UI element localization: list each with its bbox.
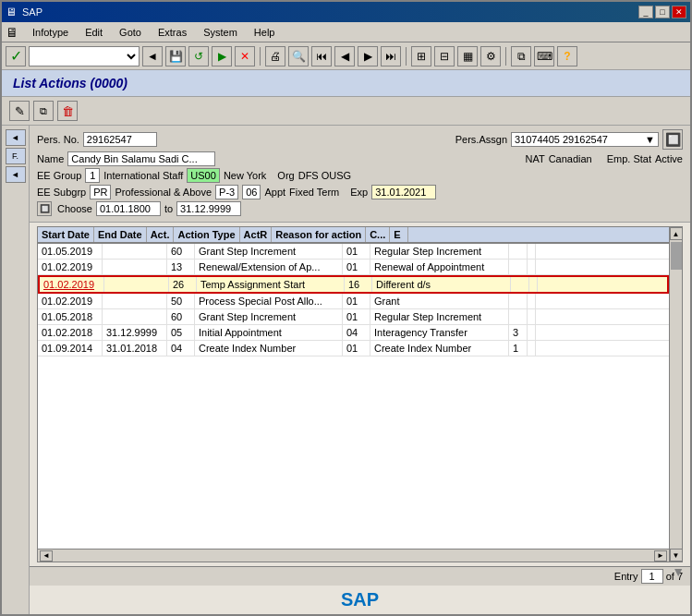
table-with-scroll: Start Date End Date Act. Action Type Act… [38,227,682,562]
name-label: Name [37,153,64,164]
table-cell: 16 [345,277,372,292]
menu-help[interactable]: Help [251,26,278,39]
maximize-button[interactable]: □ [655,6,670,18]
stop-button[interactable]: ✕ [235,46,255,66]
right-panel: Pers. No. 29162547 Pers.Assgn 31074405 2… [30,126,690,614]
choose-from-value[interactable]: 01.01.1800 [96,201,161,216]
bottom-scrollbar[interactable]: ◄ ► [38,549,669,562]
pers-assgn-icon-btn[interactable]: 🔲 [662,129,683,150]
save-button[interactable]: 💾 [165,46,186,66]
table-cell [103,294,167,308]
choose-label: Choose [57,203,92,214]
table-cell: Create Index Number [195,341,343,356]
table-cell: Interagency Transfer [370,325,509,340]
table-cell [103,244,167,259]
table-section: Start Date End Date Act. Action Type Act… [37,226,683,562]
scroll-down-button[interactable]: ▼ [670,549,683,562]
close-button[interactable]: ✕ [672,6,686,18]
back-button[interactable]: ✓ [6,46,26,66]
menu-extras[interactable]: Extras [155,26,189,39]
ee-group-code: 1 [85,168,100,183]
table-cell: 01.02.2019 [40,277,104,292]
nat-value: Canadian [549,153,592,164]
menu-goto[interactable]: Goto [116,26,144,39]
pers-assgn-value: 31074405 29162547 [515,134,608,145]
copy-button[interactable]: ⧉ [33,101,54,121]
table-row[interactable]: 01.02.201926Temp Assignment Start16Diffe… [38,275,669,294]
col-e: E [390,227,408,242]
table-row[interactable]: 01.05.201960Grant Step Increment01Regula… [38,244,669,260]
sap-logo-text: SAP [341,589,379,610]
choose-icon-btn[interactable]: 🔲 [37,201,52,216]
table-cell: Regular Step Increment [370,244,509,259]
pers-no-value: 29162547 [83,132,157,147]
table-row[interactable]: 01.02.201831.12.999905Initial Appointmen… [38,325,669,341]
table-cell: 60 [167,244,195,259]
nat-label: NAT [525,153,544,164]
title-bar-buttons: _ □ ✕ [638,6,686,18]
table-row[interactable]: 01.02.201913Renewal/Extension of Ap...01… [38,260,669,275]
org-value: DFS OUSG [298,170,351,181]
col-action-type: Action Type [174,227,239,242]
table-row[interactable]: 01.05.201860Grant Step Increment01Regula… [38,309,669,325]
table-cell: Regular Step Increment [370,309,509,324]
table-cell: 60 [167,309,195,324]
scroll-right-button[interactable]: ► [654,550,667,562]
execute-button[interactable]: ▶ [212,46,232,66]
table-row[interactable]: 01.02.201950Process Special Post Allo...… [38,294,669,309]
minimize-button[interactable]: _ [638,6,653,18]
table-cell: 01 [343,260,370,274]
prev-page-button[interactable]: ⏮ [311,46,332,66]
table-row[interactable]: 01.09.201431.01.201804Create Index Numbe… [38,341,669,356]
refresh-button[interactable]: ↺ [188,46,209,66]
entry-label: Entry [614,571,638,582]
exp-value: 31.01.2021 [371,185,436,199]
kb-shortcut-button[interactable]: ⌨ [534,46,554,66]
title-bar-text: SAP [22,6,42,18]
col-start-date: Start Date [38,227,94,242]
toolbar-dropdown[interactable] [29,46,140,66]
info-row-4: EE Subgrp PR Professional & Above P-3 06… [37,185,683,199]
nav-prev-button[interactable]: ◄ [142,46,163,66]
help-button[interactable]: ? [557,46,577,66]
vertical-scrollbar[interactable]: ▲ ▼ [669,227,682,562]
info-row-3: EE Group 1 International Staff US00 New … [37,168,683,183]
table-cell: 13 [167,260,195,274]
table-cell [528,244,536,259]
sidebar-arrow-btn[interactable]: ◄ [6,166,26,183]
sidebar-collapse-btn[interactable]: ◄ [6,129,26,146]
new-window-button[interactable]: ⧉ [511,46,531,66]
settings-button[interactable]: ⚙ [480,46,501,66]
table-cell [103,260,167,274]
menu-system[interactable]: System [200,26,240,39]
table-cell: 3 [509,325,528,340]
menu-edit[interactable]: Edit [82,26,105,39]
sidebar-f-btn[interactable]: F. [6,148,26,164]
table-cell: 01 [343,244,370,259]
scroll-left-button[interactable]: ◄ [40,550,53,562]
find-button[interactable]: 🔍 [288,46,309,66]
next-item-button[interactable]: ▶ [358,46,378,66]
prev-item-button[interactable]: ◀ [334,46,355,66]
menu-infotype[interactable]: Infotype [30,26,71,39]
table-btn[interactable]: ▦ [457,46,478,66]
col-set-button[interactable]: ⊟ [434,46,455,66]
print-button[interactable]: 🖨 [265,46,285,66]
next-page-button[interactable]: ⏭ [381,46,401,66]
pers-assgn-dropdown[interactable]: 31074405 29162547 ▼ [511,132,659,147]
scroll-thumb[interactable] [671,242,682,270]
table-cell [509,260,528,274]
location-value: New York [224,170,266,181]
scroll-up-button[interactable]: ▲ [670,227,683,240]
main-window: 🖥 SAP _ □ ✕ 🖥 Infotype Edit Goto Extras … [0,0,692,616]
status-bar: Entry 1 of 7 [30,566,690,586]
table-cell [528,294,536,308]
edit-button[interactable]: ✎ [9,101,30,121]
choose-to-value[interactable]: 31.12.9999 [176,201,241,216]
layout-button[interactable]: ⊞ [411,46,431,66]
col-reason: Reason for action [272,227,366,242]
table-cell [103,309,167,324]
delete-button[interactable]: 🗑 [57,101,78,121]
dropdown-arrow: ▼ [645,134,655,145]
info-row-2: Name Candy Bin Salamu Sadi C... NAT Cana… [37,151,683,166]
